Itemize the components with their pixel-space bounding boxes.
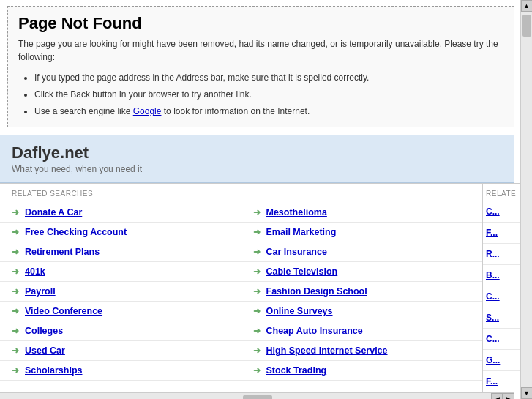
list-item: ➜ 401k — [0, 262, 241, 282]
list-item: ➜ Car Insurance — [241, 242, 483, 262]
scroll-thumb[interactable] — [522, 15, 531, 37]
list-item: ➜ Donate A Car — [0, 203, 241, 223]
list-item: ➜ Cheap Auto Insurance — [241, 321, 483, 341]
tip-3: Use a search engine like Google to look … — [34, 103, 503, 120]
list-item: ➜ Online Surveys — [241, 302, 483, 321]
search-col-left: ➜ Donate A Car ➜ Free Checking Account ➜… — [0, 201, 241, 382]
hscroll-right-arrow[interactable]: ▶ — [503, 393, 514, 399]
list-item: ➜ Mesothelioma — [241, 203, 483, 223]
link-free-checking[interactable]: Free Checking Account — [25, 227, 127, 237]
list-item: ➜ Email Marketing — [241, 223, 483, 242]
site-tagline: What you need, when you need it — [12, 164, 503, 174]
link-401k[interactable]: 401k — [25, 266, 45, 277]
link-email-marketing[interactable]: Email Marketing — [266, 227, 337, 237]
link-payroll[interactable]: Payroll — [25, 286, 56, 297]
error-section: Page Not Found The page you are looking … — [7, 6, 514, 127]
link-colleges[interactable]: Colleges — [25, 326, 63, 336]
error-subtitle: The page you are looking for might have … — [18, 37, 503, 64]
arrow-icon: ➜ — [253, 286, 261, 297]
arrow-icon: ➜ — [12, 365, 19, 376]
list-item: ➜ Used Car — [0, 341, 241, 361]
error-tips: If you typed the page address in the Add… — [34, 70, 503, 119]
arrow-icon: ➜ — [253, 365, 261, 376]
arrow-icon: ➜ — [12, 306, 19, 316]
search-col-right: ➜ Mesothelioma ➜ Email Marketing ➜ Car I… — [241, 201, 483, 382]
google-link[interactable]: Google — [133, 106, 162, 116]
scroll-up-arrow[interactable]: ▲ — [521, 0, 533, 12]
link-cheap-auto[interactable]: Cheap Auto Insurance — [266, 326, 363, 336]
list-item: ➜ Retirement Plans — [0, 242, 241, 262]
list-item: ➜ Payroll — [0, 282, 241, 302]
horizontal-scrollbar[interactable]: ◀ ▶ — [0, 392, 514, 399]
arrow-icon: ➜ — [12, 247, 19, 257]
site-name: Daflye.net — [12, 143, 503, 163]
link-scholarships[interactable]: Scholarships — [25, 365, 83, 376]
link-stock-trading[interactable]: Stock Trading — [266, 365, 327, 376]
link-used-car[interactable]: Used Car — [25, 346, 65, 356]
list-item: ➜ Video Conference — [0, 302, 241, 321]
arrow-icon: ➜ — [253, 247, 261, 257]
arrow-icon: ➜ — [253, 346, 261, 356]
site-header: Daflye.net What you need, when you need … — [0, 135, 514, 183]
hscroll-thumb[interactable] — [243, 395, 272, 399]
list-item: ➜ Cable Television — [241, 262, 483, 282]
arrow-icon: ➜ — [253, 207, 261, 217]
main-col: RELATED SEARCHES ➜ Donate A Car ➜ Free C… — [0, 184, 483, 392]
link-video-conference[interactable]: Video Conference — [25, 306, 102, 316]
arrow-icon: ➜ — [253, 306, 261, 316]
hscroll-arrows: ◀ ▶ — [491, 393, 514, 399]
list-item: ➜ High Speed Internet Service — [241, 341, 483, 361]
tip-1: If you typed the page address in the Add… — [34, 70, 503, 86]
hscroll-left-arrow[interactable]: ◀ — [491, 393, 503, 399]
link-car-insurance[interactable]: Car Insurance — [266, 247, 327, 257]
link-mesothelioma[interactable]: Mesothelioma — [266, 207, 327, 217]
link-fashion-design[interactable]: Fashion Design School — [266, 286, 367, 297]
arrow-icon: ➜ — [12, 286, 19, 297]
list-item: ➜ Free Checking Account — [0, 223, 241, 242]
arrow-icon: ➜ — [253, 227, 261, 237]
link-retirement[interactable]: Retirement Plans — [25, 247, 100, 257]
list-item: ➜ Colleges — [0, 321, 241, 341]
link-donate-car[interactable]: Donate A Car — [25, 207, 82, 217]
list-item: ➜ Scholarships — [0, 361, 241, 381]
arrow-icon: ➜ — [12, 266, 19, 277]
scroll-down-arrow[interactable]: ▼ — [521, 387, 533, 399]
list-item: ➜ Stock Trading — [241, 361, 483, 381]
link-online-surveys[interactable]: Online Surveys — [266, 306, 333, 316]
arrow-icon: ➜ — [12, 207, 19, 217]
tip-2: Click the Back button in your browser to… — [34, 86, 503, 103]
error-title: Page Not Found — [18, 14, 503, 33]
arrow-icon: ➜ — [12, 326, 19, 336]
link-cable-tv[interactable]: Cable Television — [266, 266, 338, 277]
arrow-icon: ➜ — [253, 266, 261, 277]
arrow-icon: ➜ — [12, 346, 19, 356]
search-grid: ➜ Donate A Car ➜ Free Checking Account ➜… — [0, 201, 482, 382]
vertical-scrollbar[interactable]: ▲ ▼ — [520, 0, 532, 399]
arrow-icon: ➜ — [12, 227, 19, 237]
related-header: RELATED SEARCHES — [0, 184, 482, 201]
related-section: RELATED SEARCHES ➜ Donate A Car ➜ Free C… — [0, 183, 532, 392]
link-high-speed-internet[interactable]: High Speed Internet Service — [266, 346, 388, 356]
list-item: ➜ Fashion Design School — [241, 282, 483, 302]
arrow-icon: ➜ — [253, 326, 261, 336]
